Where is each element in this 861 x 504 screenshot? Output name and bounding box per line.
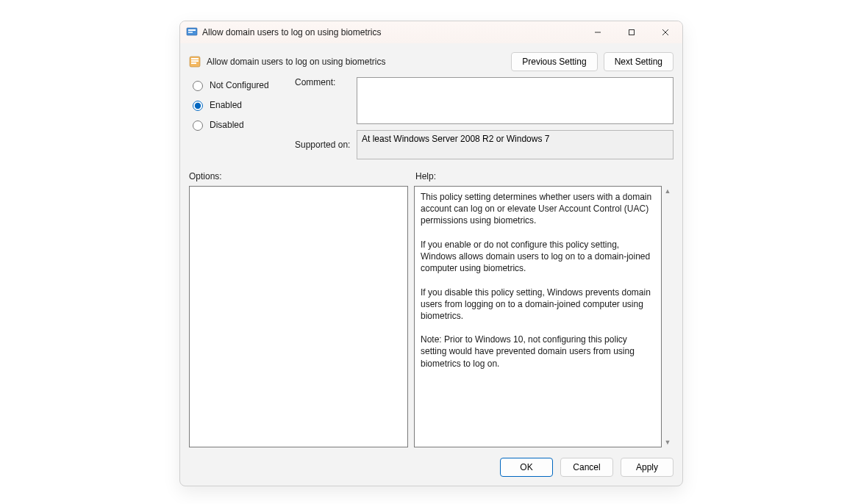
policy-editor-window: Allow domain users to log on using biome…: [179, 21, 683, 486]
options-box: [189, 186, 408, 447]
radio-disabled[interactable]: Disabled: [189, 118, 292, 131]
section-labels: Options: Help:: [180, 167, 682, 183]
previous-setting-button[interactable]: Previous Setting: [511, 52, 597, 71]
cancel-button[interactable]: Cancel: [560, 458, 613, 477]
minimize-button[interactable]: [581, 21, 615, 43]
policy-header: Allow domain users to log on using biome…: [180, 43, 682, 77]
radio-enabled-input[interactable]: [193, 101, 203, 111]
help-text: This policy setting determines whether u…: [414, 186, 662, 447]
panels: This policy setting determines whether u…: [180, 183, 682, 453]
radio-disabled-label: Disabled: [210, 120, 244, 130]
supported-on-field: At least Windows Server 2008 R2 or Windo…: [357, 130, 674, 159]
help-label: Help:: [415, 171, 436, 181]
radio-not-configured-label: Not Configured: [210, 80, 269, 90]
radio-disabled-input[interactable]: [193, 120, 203, 131]
settings-grid: Not Configured Enabled Disabled Comment:…: [180, 77, 682, 167]
policy-icon: [186, 26, 198, 38]
help-panel: This policy setting determines whether u…: [414, 186, 674, 447]
policy-name: Allow domain users to log on using biome…: [207, 57, 385, 67]
svg-rect-1: [188, 29, 196, 31]
radio-enabled[interactable]: Enabled: [189, 98, 292, 111]
radio-not-configured-input[interactable]: [193, 81, 203, 91]
svg-rect-9: [191, 60, 199, 62]
titlebar: Allow domain users to log on using biome…: [180, 21, 682, 43]
svg-rect-4: [629, 30, 635, 35]
ok-button[interactable]: OK: [500, 458, 553, 477]
help-scrollbar[interactable]: ▲ ▼: [662, 186, 674, 447]
apply-button[interactable]: Apply: [621, 458, 674, 477]
scroll-up-icon[interactable]: ▲: [665, 187, 671, 195]
svg-rect-8: [191, 58, 199, 60]
state-radio-group: Not Configured Enabled Disabled: [189, 77, 292, 131]
comment-input[interactable]: [357, 77, 674, 124]
supported-on-label: Supported on:: [295, 140, 354, 150]
comment-label: Comment:: [295, 77, 354, 87]
svg-rect-10: [191, 62, 196, 64]
radio-not-configured[interactable]: Not Configured: [189, 79, 292, 91]
window-title: Allow domain users to log on using biome…: [202, 27, 381, 37]
policy-item-icon: [189, 56, 201, 68]
scroll-down-icon[interactable]: ▼: [665, 439, 671, 446]
options-label: Options:: [189, 171, 410, 181]
svg-rect-2: [188, 32, 193, 33]
radio-enabled-label: Enabled: [210, 100, 242, 110]
maximize-button[interactable]: [615, 21, 649, 43]
close-button[interactable]: [649, 21, 682, 43]
dialog-footer: OK Cancel Apply: [180, 453, 682, 486]
next-setting-button[interactable]: Next Setting: [604, 52, 674, 71]
